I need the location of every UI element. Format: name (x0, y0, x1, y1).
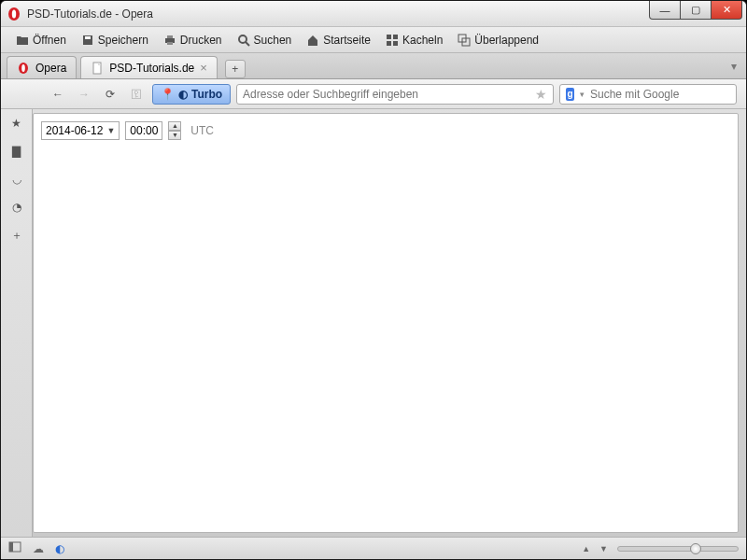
sidebar-history[interactable]: ◔ (8, 199, 25, 216)
gauge-icon: ◐ (178, 88, 188, 101)
menu-tile[interactable]: Kacheln (380, 31, 448, 49)
tab-strip: Opera PSD-Tutorials.de × + ▾ (1, 53, 746, 79)
chevron-down-icon[interactable]: ▾ (580, 90, 585, 99)
menu-print-label: Drucken (180, 34, 222, 47)
star-icon: ★ (11, 117, 21, 130)
menu-search[interactable]: Suchen (232, 31, 298, 49)
date-input[interactable]: 2014-06-12 ▼ (41, 121, 120, 140)
tab-close-icon[interactable]: × (200, 61, 207, 75)
svg-line-8 (246, 42, 249, 46)
timezone-label: UTC (190, 124, 214, 137)
reload-icon: ⟳ (106, 88, 115, 101)
sidebar-downloads[interactable]: ◡ (8, 171, 25, 188)
cascade-icon (458, 34, 471, 47)
bookmark-star-icon[interactable]: ★ (535, 87, 547, 102)
search-input[interactable] (590, 88, 730, 101)
svg-rect-12 (393, 41, 398, 46)
svg-rect-6 (167, 42, 173, 45)
svg-rect-9 (387, 35, 391, 39)
home-icon (306, 34, 319, 47)
zoom-slider[interactable] (617, 546, 739, 552)
tile-icon (386, 34, 399, 47)
title-bar: PSD-Tutorials.de - Opera — ▢ ✕ (1, 1, 746, 27)
sidebar-add[interactable]: ＋ (8, 227, 25, 244)
cloud-icon[interactable]: ☁ (33, 542, 44, 555)
menu-open[interactable]: Öffnen (10, 31, 72, 49)
menu-tile-label: Kacheln (402, 34, 443, 47)
menu-search-label: Suchen (254, 34, 292, 47)
menu-save-label: Speichern (98, 34, 148, 47)
pin-icon: 📍 (161, 88, 175, 101)
clock-icon: ◔ (12, 201, 21, 214)
tab-active[interactable]: PSD-Tutorials.de × (80, 56, 218, 78)
menu-home-label: Startseite (323, 34, 371, 47)
key-icon: ⚿ (131, 88, 142, 101)
menu-cascade[interactable]: Überlappend (452, 31, 544, 49)
address-input[interactable] (243, 88, 535, 101)
menu-save[interactable]: Speichern (76, 31, 154, 49)
plus-icon: + (232, 63, 238, 76)
window-title: PSD-Tutorials.de - Opera (27, 7, 153, 21)
opera-logo-icon (7, 7, 21, 21)
zoom-thumb[interactable] (690, 543, 701, 554)
svg-rect-5 (167, 35, 173, 38)
address-bar[interactable]: ★ (236, 84, 554, 105)
chevron-down-icon[interactable]: ▼ (106, 126, 115, 135)
svg-point-16 (21, 64, 25, 72)
arrow-left-icon: ← (52, 88, 63, 101)
turbo-button[interactable]: 📍 ◐ Turbo (152, 84, 231, 105)
menu-bar: Öffnen Speichern Drucken Suchen Startsei… (1, 27, 746, 53)
google-icon: g (566, 88, 574, 101)
tab-opera-label: Opera (35, 62, 66, 75)
panel-toggle-button[interactable] (8, 541, 21, 555)
step-down-button[interactable]: ▼ (168, 131, 181, 140)
menu-open-label: Öffnen (33, 34, 66, 47)
svg-rect-11 (387, 41, 391, 46)
reload-button[interactable]: ⟳ (100, 84, 120, 105)
new-tab-button[interactable]: + (225, 60, 246, 78)
arrow-right-icon: → (78, 88, 90, 101)
opera-logo-icon (17, 62, 30, 75)
status-bar: ☁ ◐ ▲ ▼ (1, 537, 746, 559)
back-button[interactable]: ← (48, 84, 68, 105)
plus-icon: ＋ (11, 228, 22, 244)
panel-chevron-icon[interactable]: ▾ (731, 60, 737, 73)
sidebar-bookmarks[interactable]: ★ (8, 115, 25, 132)
svg-rect-3 (85, 36, 91, 39)
time-input[interactable]: 00:00 (125, 121, 162, 140)
menu-cascade-label: Überlappend (474, 34, 539, 47)
svg-point-1 (12, 9, 16, 18)
search-icon (237, 34, 250, 47)
save-icon (81, 34, 94, 47)
svg-point-7 (239, 35, 247, 43)
search-bar[interactable]: g ▾ (559, 84, 737, 105)
sidebar-notes[interactable]: ▇ (8, 143, 25, 160)
menu-print[interactable]: Drucken (158, 31, 228, 49)
turbo-label: Turbo (191, 88, 222, 101)
svg-rect-10 (393, 35, 398, 39)
key-button[interactable]: ⚿ (126, 84, 147, 105)
close-button[interactable]: ✕ (711, 1, 742, 20)
time-value: 00:00 (130, 124, 158, 137)
time-stepper[interactable]: ▲ ▼ (168, 121, 181, 140)
page-content: 2014-06-12 ▼ 00:00 ▲ ▼ UTC (33, 113, 739, 533)
svg-rect-19 (9, 542, 13, 552)
navigation-bar: ← → ⟳ ⚿ 📍 ◐ Turbo ★ g ▾ (1, 79, 746, 109)
folder-icon (16, 34, 29, 47)
date-value: 2014-06-12 (46, 124, 103, 137)
tab-opera[interactable]: Opera (7, 56, 77, 78)
note-icon: ▇ (12, 145, 21, 158)
step-up-button[interactable]: ▲ (168, 121, 181, 131)
turbo-status-icon[interactable]: ◐ (55, 542, 64, 555)
menu-home[interactable]: Startseite (301, 31, 376, 49)
chevron-up-icon[interactable]: ▲ (582, 544, 590, 553)
print-icon (163, 34, 176, 47)
side-panel: ★ ▇ ◡ ◔ ＋ (1, 109, 33, 537)
maximize-button[interactable]: ▢ (680, 1, 712, 20)
tab-active-label: PSD-Tutorials.de (109, 62, 194, 75)
download-icon: ◡ (12, 173, 21, 186)
chevron-down-icon[interactable]: ▼ (599, 544, 608, 553)
page-icon (91, 62, 104, 75)
forward-button[interactable]: → (74, 84, 94, 105)
minimize-button[interactable]: — (649, 1, 681, 20)
